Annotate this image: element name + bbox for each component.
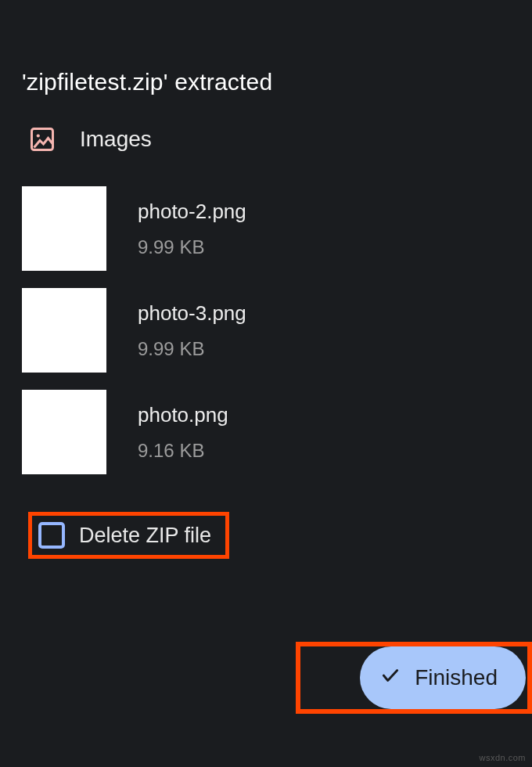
finished-button[interactable]: Finished [360,646,526,709]
watermark: wsxdn.com [479,753,526,762]
file-name: photo.png [138,403,228,427]
file-thumbnail [22,186,106,271]
file-size: 9.99 KB [138,338,246,360]
checkbox-icon[interactable] [38,522,65,549]
svg-point-1 [37,134,40,137]
finished-label: Finished [415,665,498,690]
section-header: Images [0,114,532,186]
file-name: photo-2.png [138,200,246,224]
image-icon [28,125,56,153]
delete-zip-label: Delete ZIP file [79,524,211,548]
page-title: 'zipfiletest.zip' extracted [0,0,532,114]
list-item[interactable]: photo-2.png 9.99 KB [22,186,510,271]
list-item[interactable]: photo.png 9.16 KB [22,390,510,474]
file-size: 9.16 KB [138,440,228,462]
list-item[interactable]: photo-3.png 9.99 KB [22,288,510,373]
delete-zip-option[interactable]: Delete ZIP file [28,512,229,559]
file-size: 9.99 KB [138,236,246,258]
check-icon [380,665,401,691]
file-name: photo-3.png [138,301,246,326]
file-list: photo-2.png 9.99 KB photo-3.png 9.99 KB … [0,186,532,474]
file-thumbnail [22,288,106,373]
section-label: Images [80,127,152,152]
file-thumbnail [22,390,106,474]
